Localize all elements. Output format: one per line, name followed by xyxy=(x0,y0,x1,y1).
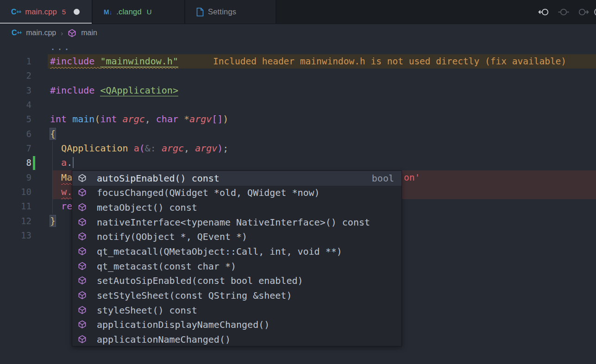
code-text: ... xyxy=(50,42,71,52)
problems-badge: 5 xyxy=(62,8,66,16)
line-number: 9 xyxy=(0,170,31,185)
line-number: 3 xyxy=(0,83,31,98)
code-line[interactable]: 7 QApplication a(&: argc, argv); xyxy=(0,141,596,156)
suggest-item-label: metaObject() const xyxy=(97,202,394,213)
breadcrumb-symbol[interactable]: main xyxy=(81,29,97,37)
tab-label: main.cpp xyxy=(25,7,57,16)
breadcrumb: C++ main.cpp › main xyxy=(0,24,596,42)
suggest-item[interactable]: nativeInterface<typename NativeInterface… xyxy=(72,215,402,230)
code-line[interactable]: 4 xyxy=(0,98,596,112)
suggest-item-label: notify(QObject *, QEvent *) xyxy=(97,231,394,242)
git-status-badge: U xyxy=(147,8,152,16)
symbol-method-cube-icon xyxy=(78,218,87,226)
suggest-item-label: qt_metacast(const char *) xyxy=(97,261,394,272)
symbol-method-cube-icon xyxy=(78,203,87,212)
cursor-caret xyxy=(73,157,74,168)
code-text: #include "mainwindow.h" xyxy=(50,54,178,69)
suggest-item-label: styleSheet() const xyxy=(97,305,394,316)
suggest-item[interactable]: setAutoSipEnabled(const bool enabled) xyxy=(72,274,402,289)
tab-label: .clangd xyxy=(116,7,142,16)
suggest-item[interactable]: setStyleSheet(const QString &sheet) xyxy=(72,288,402,303)
tab-label: Settings xyxy=(208,7,236,16)
suggest-item[interactable]: applicationNameChanged() xyxy=(72,332,402,346)
line-number: 13 xyxy=(0,228,31,243)
tab-bar: C++ main.cpp 5 M↓ .clangd U Settings xyxy=(0,0,596,24)
code-line[interactable]: 6{ xyxy=(0,127,596,141)
file-icon xyxy=(196,7,204,17)
code-text: w. xyxy=(50,185,72,199)
symbol-method-cube-icon xyxy=(78,174,87,182)
git-modified-bar xyxy=(33,156,35,169)
code-text: QApplication a(&: argc, argv); xyxy=(50,141,228,156)
symbol-method-cube-icon xyxy=(78,262,87,270)
line-number: 12 xyxy=(0,214,31,228)
editor-actions xyxy=(538,0,590,24)
code-text: #include <QApplication> xyxy=(50,83,178,98)
code-line[interactable]: 1#include "mainwindow.h"Included header … xyxy=(0,54,596,69)
breadcrumb-file[interactable]: main.cpp xyxy=(26,29,56,37)
suggest-item-label: applicationDisplayNameChanged() xyxy=(97,319,394,330)
code-text: Ma xyxy=(50,170,72,185)
line-number: 11 xyxy=(0,199,31,213)
suggest-item[interactable]: autoSipEnabled() constbool xyxy=(72,171,402,186)
suggest-item-label: qt_metacall(QMetaObject::Call, int, void… xyxy=(97,246,394,257)
symbol-method-cube-icon xyxy=(78,232,87,241)
navigate-forward-icon[interactable] xyxy=(577,6,590,18)
folded-region-ellipsis[interactable]: ... xyxy=(0,42,596,54)
suggest-item-label: nativeInterface<typename NativeInterface… xyxy=(97,217,394,228)
chevron-right-icon: › xyxy=(61,29,63,37)
suggest-item[interactable]: qt_metacast(const char *) xyxy=(72,259,402,274)
tab-clangd[interactable]: M↓ .clangd U xyxy=(93,0,185,24)
code-text: } xyxy=(50,214,56,228)
line-number: 2 xyxy=(0,69,31,83)
symbol-method-cube-icon xyxy=(68,29,76,38)
line-number: 1 xyxy=(0,54,31,69)
suggest-item-label: focusChanged(QWidget *old, QWidget *now) xyxy=(97,187,394,198)
code-line[interactable]: 2 xyxy=(0,69,596,83)
suggest-item[interactable]: qt_metacall(QMetaObject::Call, int, void… xyxy=(72,244,402,259)
suggest-item[interactable]: styleSheet() const xyxy=(72,303,402,318)
symbol-method-cube-icon xyxy=(78,291,87,300)
line-number: 4 xyxy=(0,98,31,112)
suggest-item-label: applicationNameChanged() xyxy=(97,334,394,345)
symbol-method-cube-icon xyxy=(78,306,87,314)
code-text: a. xyxy=(50,156,74,170)
inline-diagnostic: on' xyxy=(404,170,420,185)
symbol-method-cube-icon xyxy=(78,247,87,256)
suggest-item[interactable]: metaObject() const xyxy=(72,200,402,215)
partial-circle-icon[interactable] xyxy=(592,6,596,18)
line-number: 5 xyxy=(0,112,31,126)
navigate-current-icon[interactable] xyxy=(558,6,570,18)
suggest-widget: autoSipEnabled() constboolfocusChanged(Q… xyxy=(72,170,402,346)
cpp-file-icon: C++ xyxy=(11,8,21,16)
code-text: re xyxy=(50,199,72,213)
code-text: int main(int argc, char *argv[]) xyxy=(50,112,228,126)
modified-dot-icon[interactable] xyxy=(74,9,80,15)
suggest-item-detail: bool xyxy=(372,173,394,184)
line-number: 10 xyxy=(0,185,31,199)
tab-settings[interactable]: Settings xyxy=(185,0,276,24)
line-number: 6 xyxy=(0,127,31,141)
tab-main-cpp[interactable]: C++ main.cpp 5 xyxy=(0,0,93,24)
indent-guide xyxy=(52,141,53,214)
symbol-method-cube-icon xyxy=(78,320,87,329)
line-number: 8 xyxy=(0,156,31,170)
navigate-back-icon[interactable] xyxy=(538,6,550,18)
suggest-item[interactable]: applicationDisplayNameChanged() xyxy=(72,318,402,333)
symbol-method-cube-icon xyxy=(78,335,87,344)
suggest-item[interactable]: notify(QObject *, QEvent *) xyxy=(72,230,402,245)
code-text: { xyxy=(50,127,56,141)
suggest-item-label: setStyleSheet(const QString &sheet) xyxy=(97,290,394,301)
symbol-method-cube-icon xyxy=(78,188,87,197)
symbol-method-cube-icon xyxy=(78,276,87,285)
suggest-item[interactable]: focusChanged(QWidget *old, QWidget *now) xyxy=(72,186,402,201)
suggest-item-label: setAutoSipEnabled(const bool enabled) xyxy=(97,275,394,286)
code-line[interactable]: 3#include <QApplication> xyxy=(0,83,596,98)
suggest-item-label: autoSipEnabled() const xyxy=(97,173,366,184)
inline-diagnostic: Included header mainwindow.h is not used… xyxy=(213,54,566,69)
line-number: 7 xyxy=(0,141,31,156)
clangd-m-icon: M↓ xyxy=(104,8,112,16)
code-line[interactable]: 5int main(int argc, char *argv[]) xyxy=(0,112,596,126)
code-line[interactable]: 8 a. xyxy=(0,156,596,170)
cpp-file-icon: C++ xyxy=(12,29,21,37)
